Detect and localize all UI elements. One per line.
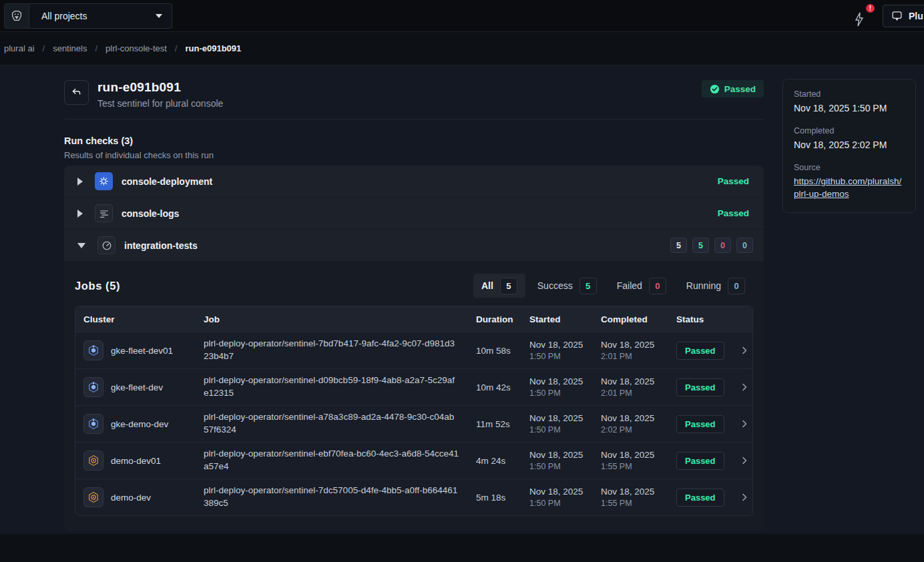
filter-label: All [481, 280, 493, 291]
cluster-icon [83, 414, 103, 434]
expand-expanded-icon[interactable] [77, 243, 85, 248]
run-details-panel: Started Nov 18, 2025 1:50 PM Completed N… [782, 79, 916, 213]
job-started-date: Nov 18, 2025 [529, 376, 593, 386]
filter-count-badge: 5 [580, 278, 597, 294]
jobs-filter-tab[interactable]: Running 0 [678, 274, 753, 298]
count-success-badge: 5 [692, 238, 709, 253]
job-started-time: 1:50 PM [529, 388, 593, 398]
breadcrumb-current-run: run-e091b091 [185, 43, 241, 53]
job-name: plrl-deploy-operator/sentinel-ebf70fea-b… [196, 448, 468, 473]
col-header-duration: Duration [468, 314, 521, 324]
source-label: Source [794, 163, 905, 172]
page-title: run-e091b091 [97, 80, 223, 95]
run-status-label: Passed [724, 84, 756, 94]
cluster-icon [83, 451, 103, 471]
jobs-table: Cluster Job Duration Started Completed S… [75, 306, 753, 516]
chevron-right-icon[interactable] [739, 455, 750, 466]
logs-icon [95, 204, 113, 222]
check-row-integration-tests[interactable]: integration-tests 5 5 0 0 [64, 230, 764, 261]
job-name: plrl-deploy-operator/sentinel-a78a3c89-a… [196, 411, 468, 437]
col-header-cluster: Cluster [75, 314, 196, 324]
job-table-row[interactable]: gke-demo-dev plrl-deploy-operator/sentin… [75, 405, 752, 442]
check-row-console-deployment[interactable]: console-deployment Passed [64, 166, 764, 197]
check-status: Passed [718, 176, 753, 186]
count-failed-badge: 0 [714, 238, 731, 253]
check-count-badges: 5 5 0 0 [670, 238, 753, 253]
job-name: plrl-deploy-operator/sentinel-7dc57005-d… [196, 485, 468, 510]
chevron-right-icon[interactable] [739, 382, 750, 392]
jobs-filter-tab[interactable]: All 5 [473, 274, 525, 298]
chevron-down-icon [156, 14, 162, 18]
kubernetes-icon [95, 172, 113, 190]
plural-logo-button[interactable] [4, 3, 29, 29]
breadcrumb-sentinels[interactable]: sentinels [53, 43, 87, 53]
check-row-console-logs[interactable]: console-logs Passed [64, 198, 764, 229]
jobs-filter-tabs: All 5 Success 5 Failed 0 [473, 274, 753, 298]
job-table-row[interactable]: gke-fleet-dev plrl-deploy-operator/senti… [75, 368, 752, 405]
job-status-badge: Passed [676, 415, 724, 433]
back-button[interactable] [64, 80, 89, 105]
col-header-job: Job [196, 314, 468, 324]
breadcrumb-project[interactable]: plural ai [4, 43, 35, 53]
cluster-name: demo-dev01 [111, 456, 161, 466]
run-status-badge: Passed [702, 80, 764, 97]
job-duration: 10m 42s [468, 382, 521, 392]
jobs-table-header: Cluster Job Duration Started Completed S… [75, 306, 752, 332]
job-completed-date: Nov 18, 2025 [601, 376, 668, 386]
jobs-filter-tab[interactable]: Failed 0 [609, 274, 674, 298]
job-started-time: 1:50 PM [529, 462, 593, 471]
lightning-icon [853, 11, 865, 27]
return-arrow-icon [71, 87, 82, 98]
run-checks-subtitle: Results of individual checks on this run [64, 150, 214, 160]
job-started-date: Nov 18, 2025 [529, 450, 593, 460]
job-completed-time: 1:55 PM [601, 462, 668, 471]
check-name: integration-tests [124, 240, 198, 251]
expand-collapsed-icon[interactable] [77, 210, 83, 218]
expand-collapsed-icon[interactable] [77, 178, 83, 186]
jobs-filter-tab[interactable]: Success 5 [529, 274, 605, 298]
started-label: Started [794, 89, 905, 99]
job-started-date: Nov 18, 2025 [529, 340, 593, 350]
breadcrumb-separator: / [175, 43, 178, 53]
jobs-section: Jobs (5) All 5 Success 5 [64, 262, 764, 516]
cluster-name: gke-demo-dev [111, 419, 168, 429]
chevron-right-icon[interactable] [739, 418, 750, 429]
job-started-date: Nov 18, 2025 [529, 487, 593, 497]
breadcrumb-separator: / [43, 43, 45, 53]
chevron-right-icon[interactable] [739, 492, 750, 503]
job-table-row[interactable]: demo-dev plrl-deploy-operator/sentinel-7… [75, 479, 752, 515]
chat-bubble-icon [891, 10, 903, 21]
job-table-row[interactable]: demo-dev01 plrl-deploy-operator/sentinel… [75, 442, 752, 479]
page-subtitle: Test sentinel for plural console [97, 98, 223, 109]
job-completed-time: 2:01 PM [601, 388, 668, 398]
job-status-badge: Passed [676, 452, 724, 470]
breadcrumb: plural ai / sentinels / plrl-console-tes… [0, 32, 924, 65]
completed-value: Nov 18, 2025 2:02 PM [794, 139, 905, 152]
top-bar: All projects ! Plu [0, 0, 924, 32]
cluster-name: demo-dev [111, 493, 151, 503]
notification-badge: ! [865, 3, 876, 14]
breadcrumb-separator: / [95, 43, 97, 53]
assistant-button[interactable]: Plu [883, 5, 924, 27]
check-circle-icon [710, 84, 720, 94]
started-value: Nov 18, 2025 1:50 PM [794, 102, 905, 115]
job-completed-time: 2:02 PM [601, 425, 668, 435]
gauge-icon [97, 236, 116, 254]
breadcrumb-sentinel-name[interactable]: plrl-console-test [105, 43, 167, 53]
run-checks-card: console-deployment Passed console-logs P… [64, 166, 764, 531]
filter-count-badge: 0 [649, 278, 666, 294]
job-duration: 11m 52s [468, 419, 521, 429]
job-table-row[interactable]: gke-fleet-dev01 plrl-deploy-operator/sen… [75, 332, 752, 368]
completed-label: Completed [794, 126, 905, 135]
job-name: plrl-deploy-operator/sentinel-7bd7b417-9… [196, 338, 468, 363]
cluster-name: gke-fleet-dev01 [111, 346, 173, 356]
plural-logo-icon [9, 9, 24, 23]
chevron-right-icon[interactable] [739, 345, 750, 356]
project-selector[interactable]: All projects [29, 3, 172, 29]
filter-count-badge: 0 [728, 278, 745, 294]
job-completed-time: 1:55 PM [601, 499, 668, 508]
filter-count-badge: 5 [500, 278, 517, 294]
filter-label: Failed [617, 280, 642, 291]
notifications-button[interactable]: ! [853, 5, 871, 27]
source-link[interactable]: https://github.com/pluralsh/plrl-up-demo… [794, 176, 905, 201]
